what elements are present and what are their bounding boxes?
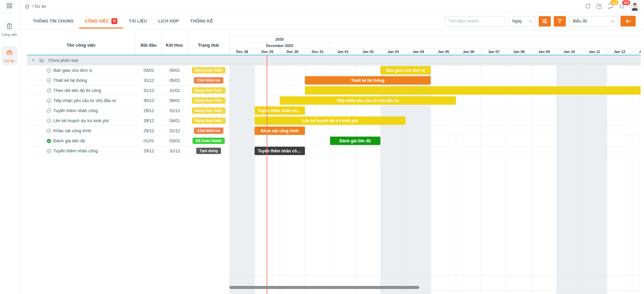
gantt-bottom-line bbox=[229, 275, 641, 276]
gantt-bar-label: Khảo sát công trình bbox=[258, 129, 302, 133]
gantt-chart: 2025December 2025Dec 28Dec 29Dec 30Dec 3… bbox=[229, 30, 644, 294]
gantt-day-header: Jan 08 bbox=[506, 49, 531, 55]
breadcrumb: / Dự án bbox=[19, 4, 46, 9]
table-row[interactable]: Thiết kế hệ thống31/1205/01Chờ kiểm tra bbox=[27, 76, 229, 86]
task-end-date: 31/01 bbox=[162, 88, 188, 93]
filter-button[interactable] bbox=[554, 16, 566, 27]
caret-down-icon[interactable] bbox=[32, 59, 35, 62]
sidebar-item-cong-viec[interactable]: Công việc bbox=[1, 20, 17, 39]
task-name-cell: Đánh giá tiến độ bbox=[27, 138, 136, 143]
task-table: Tên công việcBắt đầuKết thúcTrạng thái C… bbox=[27, 30, 229, 156]
check-circle-icon[interactable] bbox=[47, 108, 51, 113]
task-name: Lên kế hoạch dự trù kinh phí bbox=[53, 118, 109, 123]
chart-type-select[interactable]: Biểu đồ bbox=[569, 16, 618, 27]
task-start-date: 31/12 bbox=[136, 88, 162, 93]
gantt-bar-label: Lên kế hoạch dự trù kinh phí bbox=[299, 118, 361, 123]
search-input[interactable] bbox=[445, 16, 505, 27]
table-row[interactable]: Theo dõi tiến độ thi công31/1231/01Đang … bbox=[27, 86, 229, 96]
messages-button[interactable]: 213 bbox=[607, 3, 614, 10]
settings-sliders-button[interactable] bbox=[539, 16, 551, 27]
task-name: Bàn giao cho đơn vị bbox=[53, 68, 92, 73]
apps-grid-button[interactable] bbox=[0, 0, 19, 13]
task-end-date: 31/12 bbox=[162, 149, 188, 153]
gantt-bar[interactable]: Lên kế hoạch dự trù kinh phí bbox=[255, 116, 406, 125]
gantt-day-header: Jan 07 bbox=[481, 49, 506, 55]
home-icon[interactable] bbox=[24, 4, 30, 9]
task-name-cell: Khảo sát công trình bbox=[27, 128, 136, 133]
collapse-panel-button[interactable] bbox=[621, 16, 636, 27]
status-badge: Đã hoàn thành bbox=[193, 138, 225, 144]
notifications-button[interactable]: 103 bbox=[619, 3, 625, 9]
gantt-bar-label: Đánh giá tiến độ bbox=[336, 139, 374, 143]
check-circle-icon[interactable] bbox=[47, 78, 51, 83]
task-status-cell: Đang thực hiện bbox=[188, 67, 229, 74]
avatar[interactable] bbox=[630, 2, 639, 11]
tab-cong-viec[interactable]: CÔNG VIỆC9 bbox=[79, 13, 123, 30]
gantt-bar[interactable]: Tuyển thêm nhân công bbox=[255, 106, 305, 115]
status-badge: Đang thực hiện bbox=[192, 97, 226, 104]
group-row[interactable]: Chưa phân loại bbox=[27, 55, 229, 65]
tab-tai-lieu[interactable]: TÀI LIỆU bbox=[123, 13, 153, 30]
tab-label: LỊCH HỌP bbox=[158, 19, 179, 23]
group-label: Chưa phân loại bbox=[48, 58, 78, 63]
task-name: Tuyển thêm nhân công bbox=[53, 148, 98, 153]
tab-lich-hop[interactable]: LỊCH HỌP bbox=[153, 13, 184, 30]
refresh-button[interactable] bbox=[585, 3, 591, 9]
task-name: Theo dõi tiến độ thi công bbox=[53, 88, 101, 93]
gantt-bar[interactable]: Thiết kế hệ thống bbox=[305, 76, 431, 85]
gantt-bar[interactable]: Đánh giá tiến độ bbox=[330, 137, 380, 145]
view-mode-select[interactable]: Ngày bbox=[508, 16, 536, 27]
gantt-day-header: Dec 30 bbox=[280, 49, 305, 55]
check-circle-icon[interactable] bbox=[47, 98, 51, 103]
gantt-bar[interactable]: Tuyển thêm nhân công bbox=[255, 147, 305, 155]
task-name: Thiết kế hệ thống bbox=[53, 78, 87, 83]
chart-type-value: Biểu đồ bbox=[573, 19, 587, 23]
gantt-day-header: Jan 02 bbox=[355, 49, 380, 55]
task-status-cell: Chờ kiểm tra bbox=[188, 128, 229, 134]
task-status-cell: Chờ kiểm tra bbox=[188, 77, 229, 84]
gantt-bar[interactable] bbox=[305, 86, 644, 95]
today-line bbox=[267, 55, 267, 294]
table-row[interactable]: Tuyển thêm nhân công29/1231/12Tạm dừng bbox=[27, 146, 229, 156]
task-status-cell: Đang thực hiện bbox=[188, 117, 229, 124]
sidebar-item-du-an[interactable]: Dự án bbox=[1, 46, 17, 65]
table-row[interactable]: Tiếp nhận yêu cầu từ chủ đầu tư30/1206/0… bbox=[27, 96, 229, 106]
gantt-day-header: Jan 10 bbox=[556, 49, 582, 55]
check-circle-icon[interactable] bbox=[47, 68, 51, 73]
table-row[interactable]: Đánh giá tiến độ01/0103/01Đã hoàn thành bbox=[27, 136, 229, 146]
tab-label: CÔNG VIỆC bbox=[85, 19, 109, 23]
table-row[interactable]: Tuyển thêm nhân công29/1231/12Đang thực … bbox=[27, 106, 229, 116]
task-start-date: 30/12 bbox=[136, 98, 162, 103]
table-row[interactable]: Khảo sát công trình29/1231/12Chờ kiểm tr… bbox=[27, 126, 229, 136]
horizontal-scrollbar-thumb[interactable] bbox=[229, 286, 419, 289]
column-header-c2[interactable]: Kết thúc bbox=[162, 30, 188, 55]
status-badge: Tạm dừng bbox=[196, 148, 221, 154]
column-header-c3[interactable]: Trạng thái bbox=[188, 30, 229, 55]
briefcase-icon bbox=[6, 49, 13, 57]
gantt-bar[interactable]: Khảo sát công trình bbox=[255, 127, 305, 135]
fullscreen-button[interactable] bbox=[596, 3, 602, 9]
check-circle-icon[interactable] bbox=[47, 149, 51, 153]
gantt-day-header: Dec 29 bbox=[255, 49, 280, 55]
column-header-c1[interactable]: Bắt đầu bbox=[136, 30, 162, 55]
sliders-icon bbox=[542, 18, 548, 24]
notification-count-badge: 103 bbox=[622, 0, 630, 5]
check-circle-icon[interactable] bbox=[47, 118, 51, 123]
tab-thong-ke[interactable]: THỐNG KÊ bbox=[184, 13, 219, 30]
gantt-bar[interactable]: Bàn giao cho đơn vị bbox=[380, 66, 431, 75]
gantt-bar-label: Thiết kế hệ thống bbox=[348, 78, 388, 83]
task-start-date: 29/12 bbox=[136, 108, 162, 113]
check-circle-icon[interactable] bbox=[47, 129, 51, 133]
table-row[interactable]: Bàn giao cho đơn vị03/0105/01Đang thực h… bbox=[27, 65, 229, 76]
task-start-date: 29/12 bbox=[136, 129, 162, 133]
task-name: Đánh giá tiến độ bbox=[53, 138, 85, 143]
check-circle-done-icon[interactable] bbox=[47, 139, 51, 143]
status-badge: Đang thực hiện bbox=[192, 87, 226, 94]
column-header-c0[interactable]: Tên công việc bbox=[27, 30, 136, 55]
check-circle-icon[interactable] bbox=[47, 88, 51, 93]
task-status-cell: Đang thực hiện bbox=[188, 107, 229, 114]
gantt-bar[interactable]: Tiếp nhận yêu cầu từ chủ đầu tư bbox=[280, 96, 456, 105]
tab-thong-tin-chung[interactable]: THÔNG TIN CHUNG bbox=[27, 13, 79, 30]
table-row[interactable]: Lên kế hoạch dự trù kinh phí29/1204/01Đa… bbox=[27, 116, 229, 126]
task-start-date: 03/01 bbox=[136, 68, 162, 73]
